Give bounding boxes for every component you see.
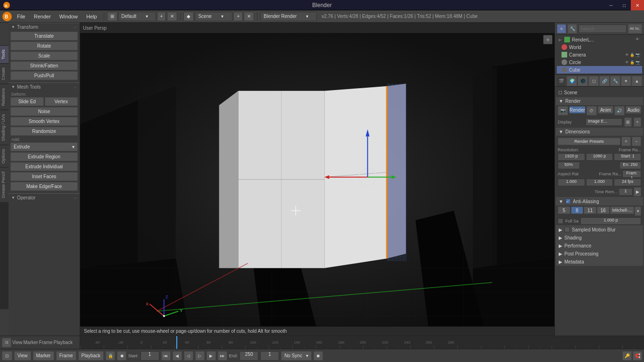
physics-tab[interactable]: ▲ <box>632 76 642 86</box>
aa-filter-btn[interactable]: Mitchell-... <box>610 206 634 214</box>
aa-checkbox[interactable]: ✓ <box>565 198 571 204</box>
slide-edge-btn[interactable]: Slide Ed <box>10 97 44 106</box>
layout-dropdown[interactable]: Default ▾ <box>118 12 156 21</box>
render-presets-btn[interactable]: Render Presets <box>558 138 620 145</box>
circle-eye-icon[interactable]: 👁 <box>625 60 629 65</box>
fps-dropdown[interactable]: 24 fps <box>614 179 641 186</box>
audio-icon[interactable]: 🔊 <box>614 106 625 115</box>
randomize-btn[interactable]: Randomize <box>10 127 78 136</box>
viewport[interactable]: User Persp <box>80 23 554 336</box>
metadata-section-header[interactable]: ▶ Metadata <box>556 258 643 266</box>
layout-icon-btn[interactable]: ⊞ <box>107 12 117 21</box>
anim-clock-icon[interactable]: ⏱ <box>586 106 597 115</box>
push-pull-btn[interactable]: Push/Pull <box>10 71 78 80</box>
performance-section-header[interactable]: ▶ Performance <box>556 242 643 250</box>
scene-add-btn[interactable]: + <box>233 12 243 21</box>
full-sample-input[interactable]: 1.000 p <box>580 217 641 225</box>
step-back-btn[interactable]: ◀ <box>173 351 182 361</box>
camera-eye-icon[interactable]: 👁 <box>625 53 629 57</box>
frame-end-input[interactable]: 250 <box>239 351 258 361</box>
jump-start-btn[interactable]: ⏮ <box>161 351 171 361</box>
frame-menu-item[interactable]: Frame <box>39 340 53 345</box>
marker-menu-item[interactable]: Marker <box>24 340 38 345</box>
timeline-view-btn[interactable]: ⊡ <box>2 338 11 347</box>
time-rem-input[interactable]: 1 <box>619 188 633 196</box>
help-menu[interactable]: Help <box>83 13 101 20</box>
display-new-btn[interactable]: + <box>634 117 641 127</box>
scene-remove-btn[interactable]: ✕ <box>244 12 254 21</box>
aa-16-btn[interactable]: 16 <box>597 206 610 214</box>
noise-btn[interactable]: Noise <box>10 107 78 116</box>
viewport-add-btn[interactable]: + <box>543 35 553 44</box>
mesh-tools-section-header[interactable]: ▼ Mesh Tools ═ <box>8 82 80 91</box>
timeline-lock-icon[interactable]: 🔒 <box>106 351 115 361</box>
render-btn[interactable]: Render <box>569 106 586 114</box>
layout-remove-btn[interactable]: ✕ <box>167 12 177 21</box>
extrude-dropdown[interactable]: Extrude ▾ <box>10 142 78 151</box>
frame-current-input[interactable]: Fram: 1 <box>622 170 641 178</box>
record-btn[interactable]: ⏺ <box>314 351 323 361</box>
renderlayers-visibility-icon[interactable]: 👁 <box>636 37 640 42</box>
render-tab[interactable]: 🎬 <box>556 76 566 86</box>
make-edge-face-btn[interactable]: Make Edge/Face <box>10 182 78 191</box>
presets-remove-btn[interactable]: − <box>632 137 641 146</box>
step-fwd-btn[interactable]: ▶ <box>206 351 216 361</box>
aa-section-header[interactable]: ▼ ✓ Anti-Aliasing <box>556 197 643 206</box>
full-sample-checkbox[interactable] <box>558 218 563 224</box>
playback-btn[interactable]: Playback <box>78 351 104 361</box>
viewport-3d[interactable]: X Y Z (1) Cube + <box>80 33 554 336</box>
modifier-tab[interactable]: 🔧 <box>610 76 620 86</box>
inset-faces-btn[interactable]: Inset Faces <box>10 172 78 181</box>
close-btn[interactable]: ✕ <box>631 0 644 10</box>
frame-start-input[interactable]: 1 <box>140 351 159 361</box>
frame-btn[interactable]: Frame <box>56 351 76 361</box>
camera-restrict-icon[interactable]: 🔒 <box>630 53 635 57</box>
window-menu[interactable]: Window <box>56 13 82 20</box>
world-tab[interactable]: 🌑 <box>578 76 588 86</box>
transform-section-header[interactable]: ▼ Transform ═ <box>8 23 80 31</box>
camera-render-icon[interactable]: 📷 <box>636 53 640 57</box>
outliner-camera[interactable]: Camera 👁 🔒 📷 <box>557 51 642 58</box>
timeline-sync-icon[interactable]: ⏺ <box>117 351 126 361</box>
rotate-btn[interactable]: Rotate <box>10 41 78 50</box>
view-menu-item[interactable]: View <box>12 340 23 345</box>
keying-set-icon[interactable]: 🔑 <box>622 351 632 361</box>
aa-8-btn[interactable]: 8 <box>571 206 584 214</box>
aa-11-btn[interactable]: 11 <box>584 206 596 214</box>
outliner-renderlayers[interactable]: ▶ RenderL... 👁 <box>557 36 642 43</box>
layout-add-btn[interactable]: + <box>157 12 166 21</box>
render-section-header[interactable]: ▼ Render <box>556 97 643 105</box>
timeline-ruler[interactable]: -40 -20 0 20 40 60 80 100 120 140 160 18… <box>80 336 644 349</box>
viewport-type-btn[interactable]: ⊡ <box>2 351 12 361</box>
scene-tab[interactable]: 🌍 <box>567 76 577 86</box>
vtab-tools[interactable]: Tools <box>0 45 8 63</box>
outliner-world[interactable]: World <box>557 43 642 51</box>
object-tab[interactable]: ◻ <box>588 76 599 86</box>
res-x-input[interactable]: 1920 p <box>558 153 585 161</box>
operator-section-header[interactable]: ▼ Operator ═ <box>8 193 80 202</box>
render-engine-dropdown[interactable]: Blender Render ▾ <box>260 12 317 21</box>
circle-restrict-icon[interactable]: 🔒 <box>630 60 635 65</box>
vtab-options[interactable]: Options <box>0 145 8 167</box>
play-btn[interactable]: ▷ <box>195 351 205 361</box>
vtab-shading[interactable]: Shading / UVs <box>0 110 8 145</box>
vertex-btn[interactable]: Vertex <box>45 97 78 106</box>
presets-add-btn[interactable]: + <box>621 137 631 146</box>
frame-current-display[interactable]: 1 <box>260 351 279 361</box>
restore-btn[interactable]: □ <box>618 0 631 10</box>
circle-render-icon[interactable]: 📷 <box>636 60 640 65</box>
shading-section-header[interactable]: ▶ Shading <box>556 234 643 242</box>
aa-filter-arrow-icon[interactable]: ▾ <box>635 206 641 216</box>
display-extra-btn[interactable]: ⊞ <box>624 117 632 127</box>
view-btn[interactable]: View <box>14 351 31 361</box>
audio-btn[interactable]: Audio <box>626 106 641 114</box>
vtab-relations[interactable]: Relations <box>0 84 8 110</box>
aspect-y-input[interactable]: 1.000 <box>586 179 613 186</box>
play-back-btn[interactable]: ◁ <box>184 351 193 361</box>
time-rem-arrow-icon[interactable]: ▶ <box>634 187 641 197</box>
anim-btn[interactable]: Anim <box>598 106 613 114</box>
aspect-x-input[interactable]: 1.000 <box>558 179 585 186</box>
search-bar[interactable]: Search <box>578 25 627 33</box>
frame-start-input[interactable]: Start: 1 <box>614 153 641 161</box>
vtab-create[interactable]: Create <box>0 63 8 84</box>
